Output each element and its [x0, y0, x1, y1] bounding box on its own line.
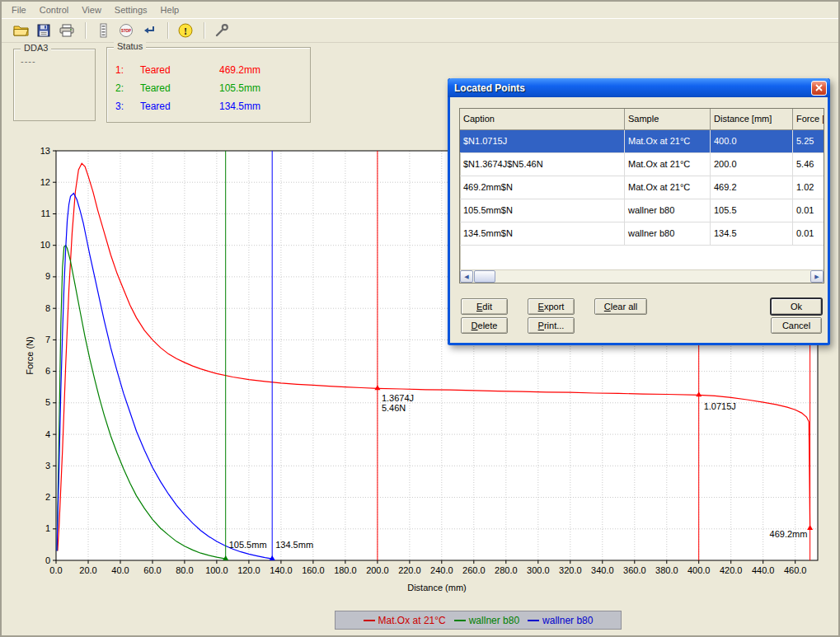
table-cell: 105.5mm$N [460, 199, 625, 222]
y-tick-label: 9 [45, 271, 50, 281]
column-header[interactable]: Caption [460, 109, 625, 129]
table-cell: Mat.Ox at 21°C [625, 130, 711, 152]
x-tick-label: 460.0 [784, 565, 807, 575]
table-cell: wallner b80 [625, 222, 711, 245]
table-cell: 105.5 [711, 199, 793, 222]
y-tick-label: 5 [45, 397, 50, 407]
table-cell: 134.5 [711, 222, 793, 245]
annotation: 469.2mm [770, 529, 808, 539]
menu-item-control[interactable]: Control [33, 2, 75, 17]
annotation: 1.3674J [382, 393, 414, 403]
annotation: 105.5mm [229, 540, 267, 550]
return-icon [143, 25, 156, 36]
x-tick-label: 380.0 [655, 565, 678, 575]
located-points-table: CaptionSampleDistance [mm]Force [ $N1.07… [459, 108, 824, 283]
column-header[interactable]: Sample [625, 109, 711, 129]
y-tick-label: 10 [40, 240, 50, 250]
dialog-titlebar[interactable]: Located Points [448, 78, 830, 97]
x-tick-label: 360.0 [623, 565, 646, 575]
column-header[interactable]: Force [ [793, 109, 824, 129]
status-state: Teared [140, 61, 219, 79]
y-tick-label: 6 [45, 366, 50, 376]
y-tick-label: 1 [45, 523, 50, 533]
y-tick-label: 11 [41, 208, 50, 218]
x-tick-label: 0.0 [49, 565, 62, 575]
open-button[interactable] [10, 20, 31, 41]
menu-item-file[interactable]: File [5, 2, 33, 17]
lp-table-header: CaptionSampleDistance [mm]Force [ [460, 109, 824, 130]
x-axis-label: Distance (mm) [407, 583, 467, 593]
gauge-button[interactable] [92, 20, 114, 41]
legend: Mat.Ox at 21°Cwallner b80wallner b80 [335, 611, 622, 630]
menu-item-help[interactable]: Help [154, 2, 186, 17]
horizontal-scrollbar[interactable]: ◀ ▶ [460, 269, 824, 283]
table-cell: 469.2 [711, 176, 793, 199]
y-tick-label: 3 [45, 461, 50, 471]
y-tick-label: 8 [45, 303, 50, 313]
stop-button[interactable]: STOP [115, 20, 137, 41]
table-cell: 200.0 [711, 153, 793, 176]
ok-button[interactable]: Ok [771, 298, 822, 315]
close-button[interactable] [811, 81, 827, 96]
scroll-thumb[interactable] [474, 270, 495, 283]
scroll-left-arrow-icon[interactable]: ◀ [460, 270, 473, 283]
table-cell: 5.25 [793, 130, 824, 152]
warning-button[interactable]: ! [175, 20, 196, 41]
menu-item-view[interactable]: View [75, 2, 108, 17]
warning-icon: ! [178, 23, 193, 38]
stop-icon: STOP [119, 23, 134, 38]
save-button[interactable] [33, 20, 54, 41]
x-tick-label: 300.0 [527, 565, 550, 575]
x-tick-label: 180.0 [334, 565, 357, 575]
toolbar-separator [204, 22, 205, 39]
table-row[interactable]: 469.2mm$NMat.Ox at 21°C469.21.02 [460, 176, 824, 199]
edit-button[interactable]: Edit [461, 298, 508, 315]
table-cell: $N1.3674J$N5.46N [460, 153, 625, 176]
status-state: Teared [140, 79, 219, 97]
located-points-dialog: Located Points CaptionSampleDistance [mm… [448, 78, 830, 345]
svg-text:!: ! [184, 26, 187, 37]
toolbar-separator [167, 22, 169, 39]
x-tick-label: 280.0 [495, 565, 518, 575]
table-cell: 469.2mm$N [460, 176, 625, 199]
x-tick-label: 120.0 [237, 565, 260, 575]
status-index: 1: [115, 61, 140, 79]
column-header[interactable]: Distance [mm] [711, 109, 793, 129]
svg-text:STOP: STOP [121, 29, 131, 33]
export-button[interactable]: Export [528, 298, 575, 315]
close-icon [815, 84, 823, 91]
table-row[interactable]: $N1.3674J$N5.46NMat.Ox at 21°C200.05.46 [460, 153, 824, 176]
x-tick-label: 420.0 [720, 565, 743, 575]
clear-all-button[interactable]: Clear all [594, 298, 647, 315]
dda3-groupbox: DDA3 ---- [13, 49, 96, 121]
return-button[interactable] [138, 20, 160, 41]
open-folder-icon [13, 24, 29, 37]
delete-button[interactable]: Delete [461, 317, 508, 334]
x-tick-label: 440.0 [752, 565, 775, 575]
x-tick-label: 40.0 [111, 565, 129, 575]
y-tick-label: 12 [40, 177, 50, 187]
status-title: Status [114, 41, 146, 51]
x-tick-label: 240.0 [430, 565, 453, 575]
x-tick-label: 100.0 [205, 565, 228, 575]
annotation: 1.0715J [704, 401, 736, 411]
table-row[interactable]: 105.5mm$Nwallner b80105.50.01 [460, 199, 824, 222]
menu-item-settings[interactable]: Settings [108, 2, 154, 17]
x-tick-label: 200.0 [366, 565, 389, 575]
legend-line-sample [528, 620, 539, 621]
print-icon [59, 24, 74, 37]
print-button[interactable] [56, 20, 77, 41]
table-row[interactable]: 134.5mm$Nwallner b80134.50.01 [460, 222, 824, 246]
status-row: 2:Teared105.5mm [107, 79, 310, 97]
save-icon [37, 24, 50, 37]
scroll-right-arrow-icon[interactable]: ▶ [810, 270, 824, 283]
table-cell: 400.0 [711, 130, 793, 152]
print-button-dialog[interactable]: Print... [528, 317, 575, 334]
legend-item: wallner b80 [528, 615, 593, 626]
x-tick-label: 320.0 [559, 565, 582, 575]
cancel-button[interactable]: Cancel [771, 317, 822, 334]
dda3-title: DDA3 [21, 43, 51, 53]
x-tick-label: 20.0 [79, 565, 96, 575]
tools-button[interactable] [211, 20, 232, 41]
table-row[interactable]: $N1.0715JMat.Ox at 21°C400.05.25 [460, 130, 824, 153]
